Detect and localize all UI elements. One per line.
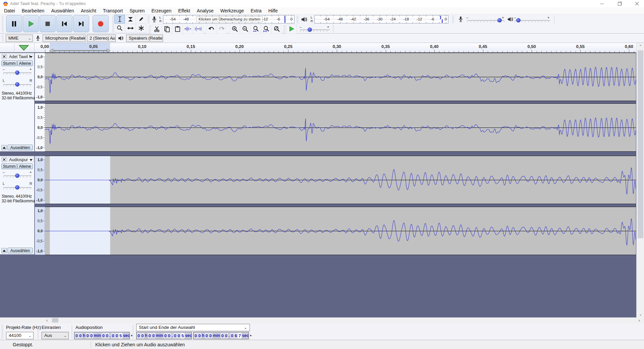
zoom-in-button[interactable] — [230, 24, 240, 34]
edit-grip[interactable] — [149, 25, 150, 33]
play-meter-grip[interactable] — [297, 15, 298, 23]
menu-datei[interactable]: Datei — [1, 7, 18, 14]
pinned-play-head-icon[interactable] — [19, 45, 29, 51]
record-button[interactable] — [93, 15, 109, 32]
play-at-speed-button[interactable] — [286, 24, 297, 34]
trim-outside-button[interactable] — [183, 24, 193, 34]
selection-start-field[interactable]: 00h00min00.005sec▾ — [136, 332, 192, 339]
waveform-channel[interactable] — [45, 156, 636, 204]
vertical-scroll-thumb[interactable] — [638, 50, 643, 238]
input-channels-select[interactable]: 2 (Stereo) Au⌄ — [87, 35, 116, 42]
multitool-button[interactable] — [136, 24, 146, 33]
waveform-channel[interactable] — [45, 103, 636, 152]
mute-button[interactable]: Stumm — [1, 163, 17, 169]
record-meter-mic-button[interactable] — [150, 15, 159, 23]
zoom-toggle-button[interactable] — [271, 24, 281, 34]
cut-button[interactable] — [152, 24, 162, 34]
menu-effekt[interactable]: Effekt — [175, 7, 194, 14]
undo-button[interactable] — [206, 24, 216, 34]
scroll-down-icon[interactable]: ⌄ — [637, 312, 644, 316]
pause-button[interactable] — [6, 15, 22, 32]
menu-transport[interactable]: Transport — [100, 7, 126, 14]
selbar-grip[interactable] — [1, 325, 3, 339]
vertical-ruler[interactable]: 1,00,50,0-0,5-1,0 — [35, 53, 45, 101]
collapse-track-button[interactable] — [1, 248, 7, 253]
track-select-button[interactable]: Auswählen — [7, 248, 33, 253]
menu-spuren[interactable]: Spuren — [126, 7, 148, 14]
track-close-button[interactable] — [2, 157, 7, 162]
solo-button[interactable]: Alleine — [17, 163, 33, 169]
selection-end-field[interactable]: 00h00min00.067sec▾ — [193, 332, 249, 339]
mute-button[interactable]: Stumm — [1, 60, 17, 66]
gain-slider-thumb[interactable] — [15, 70, 19, 75]
menu-erzeugen[interactable]: Erzeugen — [148, 7, 175, 14]
menu-werkzeuge[interactable]: Werkzeuge — [217, 7, 248, 14]
waveform-channel[interactable] — [45, 207, 636, 255]
skip-end-button[interactable] — [73, 15, 89, 32]
vertical-ruler[interactable]: 1,00,50,0-0,5-1,0 — [35, 207, 45, 255]
audio-position-field[interactable]: 00h00min00.005sec▾ — [74, 332, 130, 339]
project-rate-select[interactable]: 44100⌄ — [6, 332, 34, 339]
menu-auswählen[interactable]: Auswählen — [48, 7, 77, 14]
snap-select[interactable]: Aus⌄ — [42, 332, 69, 339]
track-title-button[interactable]: Adel Tawil f — [8, 54, 34, 59]
output-device-select[interactable]: Speakers (Realtek Hig⌄ — [126, 35, 163, 42]
pan-slider-thumb[interactable] — [15, 185, 19, 190]
gain-slider-thumb[interactable] — [15, 173, 19, 178]
selection-tool-button[interactable] — [114, 15, 125, 23]
transport-grip[interactable] — [2, 15, 4, 32]
device-grip[interactable] — [2, 35, 3, 42]
menu-extra[interactable]: Extra — [247, 7, 265, 14]
vertical-scrollbar[interactable]: ⌃ ⌄ — [636, 43, 644, 317]
mixer-grip[interactable] — [452, 15, 454, 23]
zoom-fit-button[interactable] — [261, 24, 271, 34]
draw-tool-button[interactable] — [136, 15, 146, 23]
track-close-button[interactable] — [2, 54, 7, 59]
maximize-button[interactable] — [612, 0, 627, 7]
play-volume-thumb[interactable] — [516, 18, 521, 22]
pan-slider-thumb[interactable] — [15, 82, 19, 87]
scroll-right-icon[interactable]: › — [636, 318, 643, 323]
menu-ansicht[interactable]: Ansicht — [77, 7, 100, 14]
play-meter-speaker-button[interactable] — [299, 15, 309, 23]
record-meter-overlay[interactable]: Klicken um Überwachung zu starten — [196, 16, 263, 22]
menu-bearbeiten[interactable]: Bearbeiten — [18, 7, 48, 14]
minimize-button[interactable] — [594, 0, 609, 7]
timeline-ruler[interactable]: 0,000,050,100,150,200,250,300,350,400,45… — [0, 43, 644, 53]
track-title-button[interactable]: Audiospur — [8, 157, 34, 162]
play-meter[interactable]: -54-48-42-36-30-24-18-12-60 — [314, 15, 448, 23]
paste-button[interactable] — [172, 24, 182, 34]
record-meter[interactable]: Klicken um Überwachung zu starten -54-48… — [163, 15, 294, 23]
copy-button[interactable] — [162, 24, 172, 34]
playspeed-grip[interactable] — [283, 25, 285, 33]
track-select-button[interactable]: Auswählen — [7, 145, 33, 150]
play-button[interactable] — [23, 15, 39, 32]
waveform-channel[interactable] — [45, 53, 636, 101]
close-button[interactable] — [630, 0, 644, 7]
horizontal-scrollbar[interactable]: ‹ › — [0, 317, 644, 323]
skip-start-button[interactable] — [56, 15, 72, 32]
input-device-select[interactable]: Microphone (Realtek H⌄ — [43, 35, 86, 42]
menu-analyse[interactable]: Analyse — [194, 7, 217, 14]
scroll-up-icon[interactable]: ⌃ — [637, 44, 644, 49]
vertical-ruler[interactable]: 1,00,50,0-0,5-1,0 — [35, 104, 45, 151]
solo-button[interactable]: Alleine — [17, 60, 33, 66]
zoom-tool-button[interactable] — [114, 24, 125, 33]
vertical-ruler[interactable]: 1,00,50,0-0,5-1,0 — [35, 156, 45, 204]
timeshift-tool-button[interactable] — [125, 24, 136, 33]
record-volume-thumb[interactable] — [497, 18, 502, 22]
record-meter-grip[interactable] — [148, 15, 149, 23]
speed-slider-thumb[interactable] — [308, 28, 312, 32]
envelope-tool-button[interactable] — [125, 15, 136, 23]
scroll-left-icon[interactable]: ‹ — [44, 318, 50, 323]
selection-range-select[interactable]: Start und Ende der Auswahl⌄ — [136, 324, 250, 331]
speed-slider[interactable] — [300, 30, 330, 30]
tools-grip[interactable] — [112, 15, 114, 32]
redo-button[interactable] — [217, 24, 227, 34]
stop-button[interactable] — [40, 15, 56, 32]
collapse-track-button[interactable] — [1, 145, 7, 150]
horizontal-scroll-thumb[interactable] — [52, 318, 58, 322]
zoom-out-button[interactable] — [240, 24, 250, 34]
menu-hilfe[interactable]: Hilfe — [265, 7, 281, 14]
audio-host-select[interactable]: MME⌄ — [6, 35, 33, 42]
